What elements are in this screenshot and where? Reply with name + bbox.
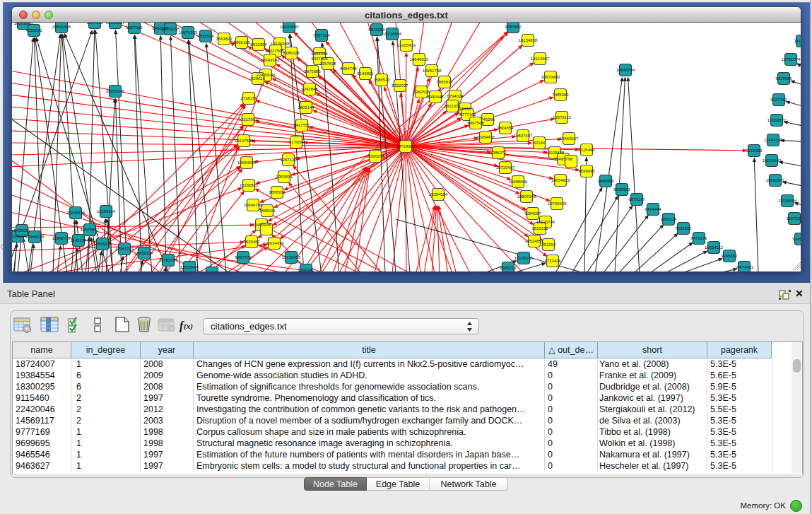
svg-text:3878334: 3878334	[269, 190, 286, 194]
svg-text:1117304: 1117304	[794, 39, 801, 43]
svg-text:1239114: 1239114	[12, 234, 26, 238]
svg-text:16671355: 16671355	[179, 30, 198, 35]
svg-text:2367608: 2367608	[319, 62, 336, 66]
svg-text:16120746: 16120746	[536, 220, 555, 224]
svg-text:9245012: 9245012	[792, 237, 801, 241]
svg-text:1145194: 1145194	[71, 238, 88, 243]
svg-text:10046766: 10046766	[244, 203, 263, 207]
svg-text:20691406: 20691406	[52, 25, 71, 29]
svg-text:15720407: 15720407	[496, 165, 515, 170]
svg-text:1640954: 1640954	[597, 179, 614, 183]
svg-text:6879197: 6879197	[628, 197, 645, 201]
svg-text:12353924: 12353924	[97, 209, 116, 214]
svg-text:20206536: 20206536	[66, 211, 86, 215]
svg-text:16053809: 16053809	[14, 23, 33, 25]
svg-text:1353594: 1353594	[276, 175, 293, 179]
svg-text:18640910: 18640910	[410, 57, 429, 62]
svg-text:6497568: 6497568	[467, 121, 484, 125]
svg-text:10975857: 10975857	[81, 228, 100, 232]
svg-text:929616: 929616	[251, 76, 266, 81]
svg-text:13226058: 13226058	[271, 42, 290, 46]
svg-text:1615132: 1615132	[531, 226, 548, 230]
svg-text:9327508: 9327508	[311, 57, 328, 61]
svg-text:10973493: 10973493	[541, 75, 560, 79]
svg-text:8960125: 8960125	[233, 40, 250, 45]
svg-text:7625402: 7625402	[243, 240, 260, 244]
svg-text:10107553: 10107553	[235, 139, 254, 143]
svg-text:15751074: 15751074	[782, 57, 801, 62]
svg-text:9115460: 9115460	[579, 148, 596, 152]
svg-text:1362615: 1362615	[413, 90, 430, 94]
svg-text:20364436: 20364436	[476, 135, 495, 139]
svg-text:1439051: 1439051	[13, 228, 30, 233]
svg-text:(x): (x)	[184, 322, 193, 331]
svg-text:2935114: 2935114	[661, 217, 678, 221]
svg-text:3215955: 3215955	[746, 148, 763, 153]
svg-text:7955812: 7955812	[436, 80, 453, 84]
svg-text:12213967: 12213967	[531, 57, 550, 61]
svg-text:10961758: 10961758	[423, 69, 442, 73]
svg-text:18724007: 18724007	[396, 144, 416, 148]
svg-text:12409948: 12409948	[252, 223, 271, 227]
svg-text:9474444: 9474444	[645, 207, 661, 211]
svg-text:11325419: 11325419	[397, 43, 416, 47]
svg-text:15495798: 15495798	[554, 157, 573, 161]
svg-text:2803144: 2803144	[298, 105, 314, 110]
svg-text:10654112: 10654112	[705, 245, 724, 250]
svg-text:1743342: 1743342	[298, 268, 314, 271]
svg-text:2687682: 2687682	[505, 25, 522, 29]
svg-text:10719155: 10719155	[161, 27, 180, 31]
svg-text:12213363: 12213363	[239, 117, 258, 122]
svg-text:10025438: 10025438	[546, 151, 565, 155]
svg-text:3498222: 3498222	[259, 209, 276, 213]
svg-text:1527602: 1527602	[126, 25, 143, 30]
svg-text:16648784: 16648784	[616, 68, 635, 72]
svg-text:10807487: 10807487	[514, 134, 533, 138]
svg-text:9457771: 9457771	[235, 255, 252, 259]
svg-text:3267130: 3267130	[280, 158, 297, 162]
svg-text:9242848: 9242848	[301, 87, 318, 91]
svg-text:19384554: 19384554	[429, 192, 448, 197]
svg-text:17016504: 17016504	[778, 199, 797, 203]
svg-text:15716485: 15716485	[282, 255, 301, 259]
svg-text:19218506: 19218506	[383, 32, 402, 36]
svg-text:16154838: 16154838	[519, 38, 538, 42]
svg-text:16087221: 16087221	[203, 271, 222, 271]
svg-text:9146821: 9146821	[357, 71, 374, 76]
svg-text:7357224: 7357224	[313, 33, 330, 37]
svg-text:16543362: 16543362	[261, 58, 280, 62]
svg-text:1167533: 1167533	[787, 216, 801, 221]
svg-text:7386372: 7386372	[490, 151, 507, 155]
svg-text:18300295: 18300295	[366, 154, 385, 158]
svg-text:1733426: 1733426	[544, 259, 561, 263]
svg-text:16033809: 16033809	[280, 25, 299, 29]
svg-text:12023446: 12023446	[180, 265, 199, 269]
svg-text:19654923: 19654923	[551, 178, 570, 182]
svg-text:8471676: 8471676	[690, 236, 707, 240]
svg-text:8990448: 8990448	[427, 95, 444, 99]
svg-text:62160: 62160	[534, 141, 546, 145]
svg-text:10474421: 10474421	[735, 265, 754, 269]
svg-text:11568129: 11568129	[25, 235, 45, 239]
svg-text:15692971: 15692971	[766, 178, 785, 182]
svg-text:4055572: 4055572	[25, 28, 42, 33]
svg-text:10756928: 10756928	[548, 201, 567, 206]
svg-text:8186328: 8186328	[283, 51, 300, 55]
svg-text:9245652: 9245652	[721, 254, 738, 258]
svg-text:17957223: 17957223	[115, 247, 134, 251]
svg-text:617004: 617004	[289, 140, 304, 144]
svg-text:9699695: 9699695	[578, 169, 595, 173]
svg-text:16782759: 16782759	[159, 258, 178, 262]
svg-text:18807249: 18807249	[517, 194, 536, 199]
svg-text:9329966: 9329966	[775, 76, 792, 81]
svg-text:19463627: 19463627	[560, 136, 579, 141]
svg-text:9227342: 9227342	[770, 98, 787, 102]
svg-text:9327505: 9327505	[267, 49, 284, 53]
svg-text:8912954: 8912954	[250, 42, 267, 47]
svg-text:12505135: 12505135	[93, 242, 112, 246]
svg-text:12975115: 12975115	[553, 115, 572, 119]
svg-text:6794024: 6794024	[447, 94, 464, 98]
svg-text:9465546: 9465546	[311, 52, 328, 56]
svg-text:7663822: 7663822	[216, 37, 233, 41]
svg-text:7515524: 7515524	[197, 34, 214, 38]
